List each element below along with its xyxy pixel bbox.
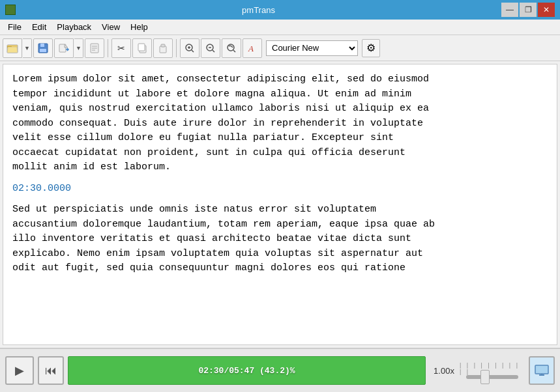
save-button[interactable]	[33, 38, 53, 58]
svg-line-17	[192, 50, 194, 52]
toolbar-separator-2	[176, 39, 177, 57]
window-controls: — ❐ ✕	[501, 3, 555, 17]
progress-text: 02:30/05:47 (43.2)%	[198, 366, 295, 376]
svg-line-20	[213, 50, 214, 52]
open-btn-group: ▼	[3, 38, 32, 58]
open-button[interactable]	[3, 38, 22, 58]
svg-rect-25	[539, 374, 544, 376]
window-title: pmTrans	[16, 5, 501, 15]
svg-point-21	[228, 44, 234, 51]
app-icon	[5, 5, 16, 15]
svg-rect-3	[40, 44, 44, 47]
copy-button[interactable]	[132, 38, 152, 58]
monitor-button[interactable]	[529, 356, 555, 385]
paragraph-1: Lorem ipsum dolor sit amet, consectetur …	[12, 72, 548, 175]
svg-rect-24	[535, 365, 548, 374]
title-bar: pmTrans — ❐ ✕	[0, 0, 560, 20]
menu-edit[interactable]: Edit	[27, 21, 52, 33]
svg-rect-4	[40, 49, 46, 52]
timestamp-marker: 02:30.0000	[12, 182, 548, 197]
paragraph-2: Sed ut perspiciatis unde omnis iste natu…	[12, 203, 548, 276]
zoom-in-button[interactable]	[180, 38, 199, 58]
menu-file[interactable]: File	[3, 21, 27, 33]
speed-slider-container: | | | | | | | | | | |	[460, 362, 525, 379]
export-button[interactable]	[54, 38, 74, 58]
svg-line-22	[233, 50, 235, 52]
rewind-button[interactable]: ⏮	[38, 356, 64, 385]
font-button[interactable]: A	[243, 38, 262, 58]
cut-button[interactable]: ✂	[111, 38, 131, 58]
svg-rect-13	[161, 44, 165, 47]
svg-rect-11	[138, 44, 145, 51]
settings-button[interactable]: ⚙	[362, 39, 380, 57]
toolbar: ▼ ▼ ✂	[0, 35, 560, 61]
paste-button[interactable]	[153, 38, 173, 58]
player-bar: ▶ ⏮ 02:30/05:47 (43.2)% 1.00x | | | | | …	[0, 348, 560, 392]
speed-label: 1.00x	[432, 366, 456, 376]
toolbar-separator-1	[108, 39, 108, 57]
bookmark-button[interactable]	[85, 38, 104, 58]
text-content-area[interactable]: Lorem ipsum dolor sit amet, consectetur …	[3, 64, 557, 345]
speed-slider[interactable]	[466, 375, 518, 379]
menu-bar: File Edit Playback View Help	[0, 20, 560, 35]
export-btn-group: ▼	[54, 38, 83, 58]
play-button[interactable]: ▶	[5, 356, 34, 385]
close-button[interactable]: ✕	[538, 3, 555, 17]
zoom-reset-button[interactable]	[222, 38, 241, 58]
open-dropdown-button[interactable]: ▼	[23, 38, 32, 58]
zoom-out-button[interactable]	[201, 38, 220, 58]
svg-text:A: A	[248, 44, 254, 53]
menu-view[interactable]: View	[96, 21, 125, 33]
minimize-button[interactable]: —	[501, 3, 518, 17]
font-select-dropdown[interactable]: Courier New Arial Times New Roman Verdan…	[266, 40, 358, 56]
menu-help[interactable]: Help	[125, 21, 153, 33]
maximize-button[interactable]: ❐	[520, 3, 537, 17]
progress-bar[interactable]: 02:30/05:47 (43.2)%	[68, 356, 426, 385]
font-selector: Courier New Arial Times New Roman Verdan…	[266, 40, 358, 56]
menu-playback[interactable]: Playback	[52, 21, 96, 33]
export-dropdown-button[interactable]: ▼	[74, 38, 83, 58]
